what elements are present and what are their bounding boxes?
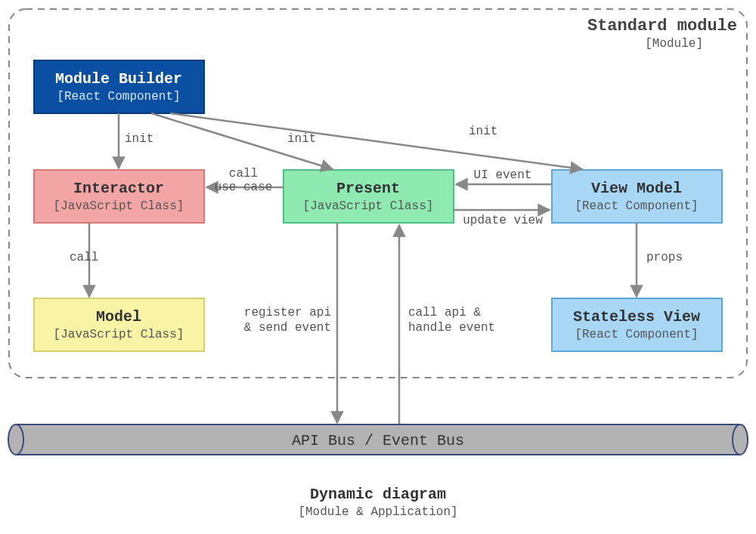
module-title: Standard module (587, 17, 737, 35)
box-view-model-title: View Model (591, 180, 682, 197)
box-view-model-sub: [React Component] (575, 199, 698, 213)
box-present-title: Present (336, 180, 400, 197)
edge-viewmodel-present-label: UI event (474, 168, 532, 182)
bus-label: API Bus / Event Bus (292, 432, 464, 449)
edge-bus-present-up-label1: call api & (408, 306, 481, 319)
edge-present-bus-down-label2: & send event (244, 321, 331, 335)
box-interactor-sub: [JavaScript Class] (54, 199, 184, 213)
box-view-model: View Model [React Component] (552, 170, 722, 223)
edge-builder-viewmodel-label: init (469, 125, 497, 138)
box-present-sub: [JavaScript Class] (303, 199, 434, 213)
caption-title: Dynamic diagram (310, 486, 446, 503)
edge-viewmodel-stateless-label: props (646, 251, 683, 264)
box-present: Present [JavaScript Class] (284, 170, 454, 223)
box-model-sub: [JavaScript Class] (54, 328, 184, 341)
edge-builder-interactor-label: init (125, 132, 153, 146)
diagram-canvas: Standard module [Module] Module Builder … (0, 0, 756, 534)
box-stateless-view: Stateless View [React Component] (552, 298, 722, 351)
edge-present-viewmodel-label: update view (463, 214, 543, 227)
svg-point-8 (733, 424, 748, 455)
bus-cylinder: API Bus / Event Bus (8, 424, 748, 455)
edge-interactor-model-label: call (70, 251, 98, 264)
box-interactor: Interactor [JavaScript Class] (34, 170, 204, 223)
box-module-builder-sub: [React Component] (57, 90, 180, 103)
edge-bus-present-up-label2: handle event (408, 321, 495, 335)
edge-present-interactor-label1: call (229, 167, 258, 181)
box-model-title: Model (96, 308, 141, 326)
box-module-builder-title: Module Builder (55, 70, 182, 88)
box-interactor-title: Interactor (73, 180, 164, 197)
box-stateless-view-sub: [React Component] (575, 328, 698, 341)
box-stateless-view-title: Stateless View (573, 308, 700, 326)
svg-point-7 (8, 424, 23, 455)
module-subtitle: [Module] (645, 37, 703, 51)
box-module-builder: Module Builder [React Component] (34, 60, 204, 113)
box-model: Model [JavaScript Class] (34, 298, 204, 351)
edge-present-interactor-label2: use case (215, 181, 273, 194)
edge-builder-viewmodel (170, 113, 582, 169)
caption-subtitle: [Module & Application] (298, 505, 457, 519)
edge-builder-present-label: init (287, 132, 316, 146)
edge-present-bus-down-label1: register api (244, 306, 331, 319)
